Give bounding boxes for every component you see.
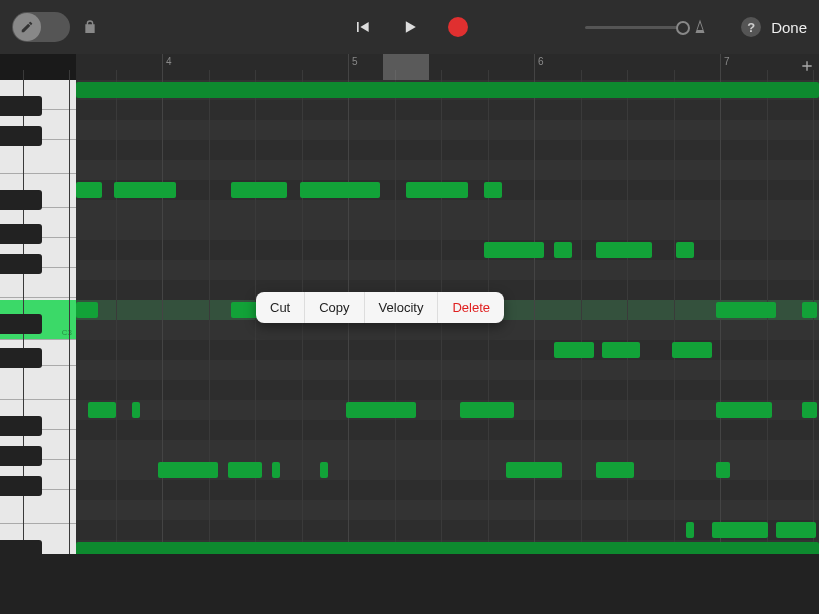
pencil-icon [20, 20, 34, 34]
black-key[interactable] [0, 126, 42, 146]
done-button[interactable]: Done [771, 19, 807, 36]
piano-roll-editor: 34567 C3 ◆ Cut Copy Velocity Delete [0, 54, 819, 614]
midi-note[interactable] [484, 242, 544, 258]
midi-note[interactable] [300, 182, 380, 198]
piano-keyboard[interactable]: C3 [0, 80, 76, 614]
menu-delete[interactable]: Delete [438, 292, 504, 323]
menu-velocity[interactable]: Velocity [365, 292, 439, 323]
midi-note[interactable] [76, 182, 102, 198]
black-key[interactable] [0, 96, 42, 116]
black-key[interactable] [0, 224, 42, 244]
midi-note[interactable] [596, 242, 652, 258]
midi-note[interactable] [506, 462, 562, 478]
bar-marker: 4 [162, 54, 172, 82]
toolbar: ? Done [0, 0, 819, 54]
lock-icon [82, 19, 98, 35]
midi-note[interactable] [554, 342, 594, 358]
bar-marker: 7 [720, 54, 730, 82]
midi-note[interactable] [716, 302, 776, 318]
midi-note[interactable] [76, 302, 98, 318]
midi-note[interactable] [272, 462, 280, 478]
note-grid[interactable]: ◆ [76, 80, 819, 614]
midi-note[interactable] [554, 242, 572, 258]
midi-note[interactable] [596, 462, 634, 478]
black-key[interactable] [0, 190, 42, 210]
transport-controls [352, 17, 468, 37]
black-key[interactable] [0, 416, 42, 436]
play-button[interactable] [400, 17, 420, 37]
midi-note[interactable] [158, 462, 218, 478]
context-menu: Cut Copy Velocity Delete [256, 292, 504, 323]
menu-copy[interactable]: Copy [305, 292, 364, 323]
help-button[interactable]: ? [741, 17, 761, 37]
playhead-region[interactable] [383, 54, 430, 80]
midi-note[interactable] [672, 342, 712, 358]
bar-marker: 6 [534, 54, 544, 82]
midi-note[interactable] [228, 462, 262, 478]
midi-note[interactable] [88, 402, 116, 418]
edit-mode-toggle[interactable] [12, 12, 70, 42]
bar-marker: 5 [348, 54, 358, 82]
black-key[interactable] [0, 476, 42, 496]
black-key[interactable] [0, 348, 42, 368]
black-key[interactable] [0, 254, 42, 274]
midi-note[interactable] [686, 522, 694, 538]
menu-cut[interactable]: Cut [256, 292, 305, 323]
midi-note[interactable] [676, 242, 694, 258]
midi-note[interactable] [132, 402, 140, 418]
black-key[interactable] [0, 446, 42, 466]
velocity-lane[interactable] [0, 554, 819, 614]
midi-note[interactable] [346, 402, 416, 418]
midi-note[interactable] [114, 182, 176, 198]
timeline-ruler[interactable]: 34567 [76, 54, 819, 81]
volume-slider[interactable] [585, 18, 709, 36]
midi-note[interactable] [802, 302, 817, 318]
black-key[interactable] [0, 314, 42, 334]
midi-note[interactable] [320, 462, 328, 478]
midi-note[interactable] [406, 182, 468, 198]
midi-note[interactable] [776, 522, 816, 538]
rewind-button[interactable] [352, 17, 372, 37]
midi-note[interactable] [712, 522, 768, 538]
midi-note[interactable] [460, 402, 514, 418]
region-strip[interactable] [76, 82, 819, 98]
black-key[interactable] [0, 540, 42, 560]
midi-note[interactable] [231, 182, 287, 198]
record-button[interactable] [448, 17, 468, 37]
midi-note[interactable] [802, 402, 817, 418]
midi-note[interactable] [716, 402, 772, 418]
midi-note[interactable] [602, 342, 640, 358]
metronome-icon[interactable] [691, 18, 709, 36]
midi-note[interactable] [716, 462, 730, 478]
midi-note[interactable] [484, 182, 502, 198]
